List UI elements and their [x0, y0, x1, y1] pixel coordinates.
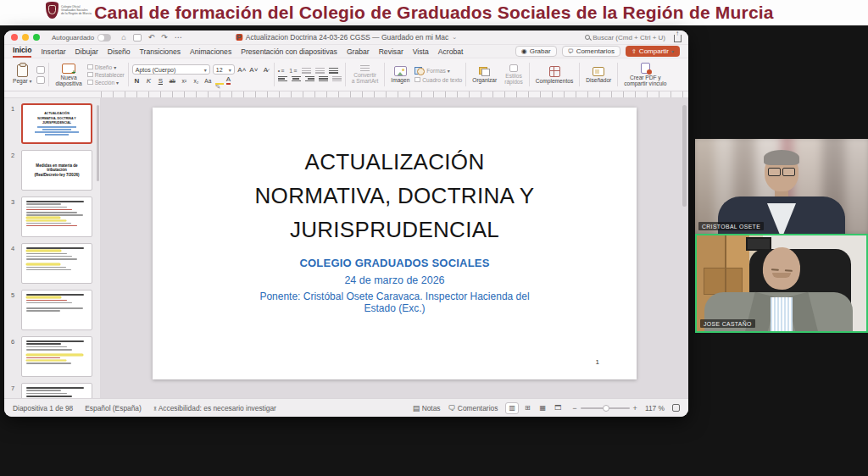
subscript-button[interactable]: x₂ [192, 78, 201, 84]
maximize-window-button[interactable] [33, 34, 40, 41]
shapes-button[interactable]: Formas▾ [415, 67, 462, 75]
current-slide[interactable]: ACTUALIZACIÓN NORMATIVA, DOCTRINA Y JURI… [153, 108, 637, 379]
zoom-slider[interactable] [581, 407, 630, 409]
home-icon[interactable]: ⌂ [121, 34, 125, 42]
autosave-toggle[interactable] [97, 34, 111, 42]
tab-transiciones[interactable]: Transiciones [140, 47, 181, 58]
share-sheet-icon[interactable] [674, 35, 682, 42]
highlight-color-button[interactable] [215, 77, 224, 84]
arrange-button[interactable]: Organizar [470, 60, 499, 89]
slide-thumbnail-2[interactable]: Medidas en materia de tributación (RealD… [21, 150, 92, 191]
convert-smartart-button[interactable]: Convertir a SmartArt [349, 60, 381, 89]
italic-button[interactable]: K [144, 77, 153, 85]
new-slide-button[interactable]: Nueva diapositiva [53, 60, 84, 89]
panel-scrollbar[interactable] [97, 105, 99, 181]
strikethrough-button[interactable]: ab [168, 78, 177, 84]
addins-button[interactable]: Complementos [533, 60, 576, 89]
align-right-button[interactable] [305, 76, 314, 82]
clear-format-button[interactable]: A̷ [261, 66, 270, 74]
document-title-menu[interactable]: P Actualizacion Doctrina 24-03-26 CGSS —… [236, 33, 457, 42]
columns-button[interactable] [332, 76, 342, 82]
minimize-window-button[interactable] [22, 34, 29, 41]
justify-button[interactable] [319, 76, 328, 82]
comments-button[interactable]: 🗩 Comentarios [562, 46, 620, 57]
paste-button[interactable]: Pegar ▾ [10, 60, 34, 89]
undo-icon[interactable]: ↶ [148, 34, 155, 42]
slide-thumbnail-4[interactable] [21, 243, 92, 284]
format-painter-icon[interactable] [36, 76, 45, 84]
align-left-button[interactable] [278, 76, 287, 82]
college-logo: Colegio Oficial Graduados Sociales de la… [46, 2, 92, 19]
tab-grabar[interactable]: Grabar [347, 47, 370, 58]
slide-thumbnail-5[interactable] [21, 290, 92, 330]
insert-image-button[interactable]: Imagen [388, 60, 412, 89]
normal-view-button[interactable]: ▥ [505, 402, 519, 414]
change-case-button[interactable]: Aa [203, 78, 213, 84]
zoom-out-button[interactable]: − [572, 404, 576, 412]
slide-thumbnail-6[interactable] [21, 336, 92, 377]
grow-font-button[interactable]: A˄ [237, 66, 247, 74]
reset-button[interactable]: Restablecer [87, 72, 125, 78]
statusbar-comments-button[interactable]: 🗨 Comentarios [448, 404, 498, 412]
slide-number: 5 [4, 290, 21, 330]
video-tile-jose[interactable]: JOSE CASTAÑO [695, 234, 868, 333]
slide-thumbnail-3[interactable] [21, 196, 92, 237]
section-button[interactable]: Sección▾ [87, 80, 125, 86]
tab-diseno[interactable]: Diseño [108, 47, 131, 58]
tab-vista[interactable]: Vista [413, 47, 429, 58]
numbering-button[interactable]: 1≡ [289, 68, 298, 74]
language-selector[interactable]: Español (España) [85, 404, 142, 412]
align-center-button[interactable] [292, 76, 301, 82]
tab-animaciones[interactable]: Animaciones [190, 47, 231, 58]
autosave-control[interactable]: Autoguardado [52, 34, 111, 42]
tab-insertar[interactable]: Insertar [41, 47, 65, 58]
zoom-slider-knob[interactable] [603, 405, 609, 412]
slide-sorter-view-button[interactable]: ⊞ [520, 402, 534, 414]
slide-thumbnail-1[interactable]: ACTUALIZACIÓN NORMATIVA, DOCTRINA Y JURI… [21, 103, 92, 144]
tab-revisar[interactable]: Revisar [379, 47, 403, 58]
layout-icon [87, 64, 93, 69]
slide-counter[interactable]: Diapositiva 1 de 98 [13, 404, 73, 412]
record-button[interactable]: ◉ Grabar [515, 46, 557, 57]
copy-icon[interactable] [36, 66, 45, 74]
video-tile-cristobal[interactable]: CRISTOBAL OSETE [695, 139, 868, 234]
slide-thumbnail-7[interactable] [21, 383, 92, 398]
line-spacing-icon[interactable] [329, 68, 338, 74]
superscript-button[interactable]: x² [180, 78, 189, 84]
quick-styles-button[interactable]: Estilos rápidos [502, 60, 526, 89]
search-control[interactable]: Buscar (Cmd + Ctrl + U) [585, 34, 665, 42]
designer-button[interactable]: Diseñador [583, 60, 614, 89]
underline-button[interactable]: S [156, 77, 165, 85]
decrease-indent-icon[interactable] [302, 68, 311, 74]
slide-canvas[interactable]: ACTUALIZACIÓN NORMATIVA, DOCTRINA Y JURI… [101, 98, 688, 398]
accessibility-status[interactable]: 🯅 Accesibilidad: es necesario investigar [153, 404, 276, 412]
zoom-level[interactable]: 117 % [645, 404, 665, 412]
fit-to-window-icon[interactable] [672, 404, 680, 412]
tab-dibujar[interactable]: Dibujar [75, 47, 98, 58]
layout-button[interactable]: Diseño▾ [87, 64, 125, 70]
create-pdf-button[interactable]: Crear PDF y compartir vínculo [621, 60, 669, 89]
more-icon[interactable]: ⋯ [175, 34, 182, 42]
print-icon[interactable] [133, 34, 142, 42]
shrink-font-button[interactable]: A˅ [249, 66, 259, 74]
zoom-in-button[interactable]: + [633, 404, 637, 412]
tab-inicio[interactable]: Inicio [13, 46, 31, 58]
reading-view-button[interactable]: ▦ [536, 402, 549, 414]
font-color-button[interactable]: A [226, 76, 231, 85]
tab-acrobat[interactable]: Acrobat [438, 47, 464, 58]
notes-button[interactable]: ▤ Notas [413, 404, 441, 412]
redo-icon[interactable]: ↷ [161, 34, 168, 42]
close-window-button[interactable] [11, 34, 18, 41]
slides-panel[interactable]: 1 ACTUALIZACIÓN NORMATIVA, DOCTRINA Y JU… [4, 98, 101, 398]
slideshow-view-button[interactable]: 🗖 [551, 402, 565, 414]
share-button[interactable]: ⇧ Compartir ▾ [626, 46, 680, 57]
textbox-button[interactable]: Cuadro de texto [415, 77, 462, 83]
font-size-select[interactable]: 12▾ [213, 64, 235, 75]
tab-presentacion[interactable]: Presentación con diapositivas [241, 47, 337, 58]
designer-icon [593, 67, 604, 76]
bold-button[interactable]: N [132, 77, 142, 85]
bullets-button[interactable]: •≡ [278, 68, 286, 74]
increase-indent-icon[interactable] [315, 68, 325, 74]
canvas-scrollbar[interactable] [682, 105, 687, 207]
font-name-select[interactable]: Aptos (Cuerpo)▾ [132, 64, 210, 75]
